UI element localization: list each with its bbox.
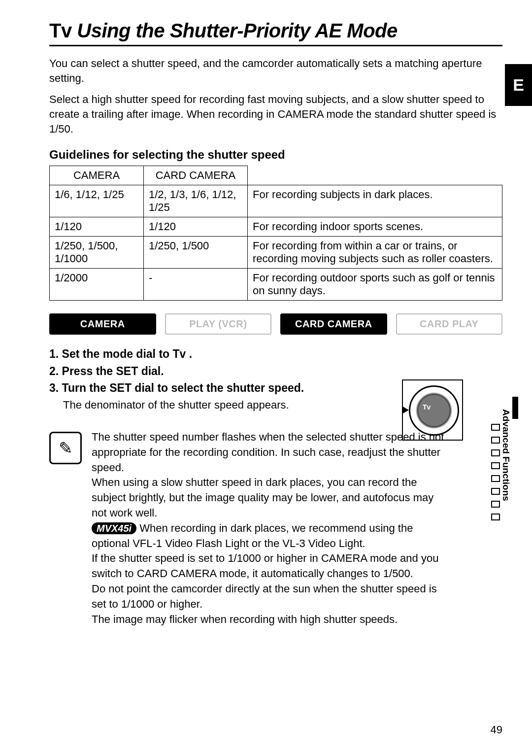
table-header-desc [248, 166, 502, 185]
cell-desc: For recording indoor sports scenes. [248, 217, 502, 237]
cell-desc: For recording outdoor sports such as gol… [248, 269, 502, 301]
cell-desc: For recording from within a car or train… [248, 237, 502, 269]
mode-pill-row: CAMERA PLAY (VCR) CARD CAMERA CARD PLAY [49, 313, 502, 335]
table-row: 1/120 1/120 For recording indoor sports … [50, 217, 502, 237]
cell-card: - [144, 269, 248, 301]
side-dots-icon [491, 424, 500, 520]
note-2: When using a slow shutter speed in dark … [92, 476, 433, 519]
note-6: The image may flicker when recording wit… [92, 613, 398, 625]
intro-para-1: You can select a shutter speed, and the … [49, 56, 502, 85]
intro-para-2: Select a high shutter speed for recordin… [49, 92, 502, 136]
side-section-label: Advanced Functions [500, 409, 511, 501]
table-row: 1/250, 1/500, 1/1000 1/250, 1/500 For re… [50, 237, 502, 269]
notes-block: ✎ The shutter speed number flashes when … [49, 430, 502, 627]
pill-card-play: CARD PLAY [396, 313, 503, 335]
dial-tv-label: Tv [423, 403, 431, 411]
title-main: Using the Shutter-Priority AE Mode [77, 20, 397, 41]
dial-circle-icon [409, 385, 459, 436]
side-section-mark [512, 397, 518, 419]
dial-pointer-icon [402, 406, 409, 414]
note-4: If the shutter speed is set to 1/1000 or… [92, 552, 438, 580]
note-3: When recording in dark places, we recomm… [92, 522, 413, 550]
table-row: 1/2000 - For recording outdoor sports su… [50, 269, 502, 301]
page-number: 49 [491, 723, 502, 736]
shutter-speed-table: CAMERA CARD CAMERA 1/6, 1/12, 1/25 1/2, … [49, 166, 502, 301]
model-badge: MVX45i [92, 522, 136, 534]
cell-camera: 1/250, 1/500, 1/1000 [50, 237, 144, 269]
page-title-wrap: Tv Using the Shutter-Priority AE Mode [49, 20, 502, 46]
step-1: 1. Set the mode dial to Tv . [49, 345, 502, 363]
cell-camera: 1/2000 [50, 269, 144, 301]
language-tab: E [505, 64, 532, 106]
title-prefix: Tv [49, 20, 72, 41]
pill-play-vcr: PLAY (VCR) [165, 313, 272, 335]
note-1: The shutter speed number flashes when th… [92, 431, 444, 474]
pill-camera: CAMERA [49, 313, 156, 335]
table-header-camera: CAMERA [50, 166, 144, 185]
table-row: 1/6, 1/12, 1/25 1/2, 1/3, 1/6, 1/12, 1/2… [50, 185, 502, 217]
pill-card-camera: CARD CAMERA [280, 313, 387, 335]
note-icon: ✎ [49, 432, 82, 464]
notes-text: The shutter speed number flashes when th… [92, 430, 448, 627]
cell-card: 1/2, 1/3, 1/6, 1/12, 1/25 [144, 185, 248, 217]
guidelines-heading: Guidelines for selecting the shutter spe… [49, 148, 502, 162]
cell-camera: 1/6, 1/12, 1/25 [50, 185, 144, 217]
note-5: Do not point the camcorder directly at t… [92, 583, 437, 610]
cell-card: 1/250, 1/500 [144, 237, 248, 269]
cell-camera: 1/120 [50, 217, 144, 237]
mode-dial-illustration: Tv [402, 379, 463, 441]
cell-card: 1/120 [144, 217, 248, 237]
cell-desc: For recording subjects in dark places. [248, 185, 502, 217]
page-title: Tv Using the Shutter-Priority AE Mode [49, 20, 502, 42]
table-header-card-camera: CARD CAMERA [144, 166, 248, 185]
step-2: 2. Press the SET dial. [49, 363, 502, 380]
